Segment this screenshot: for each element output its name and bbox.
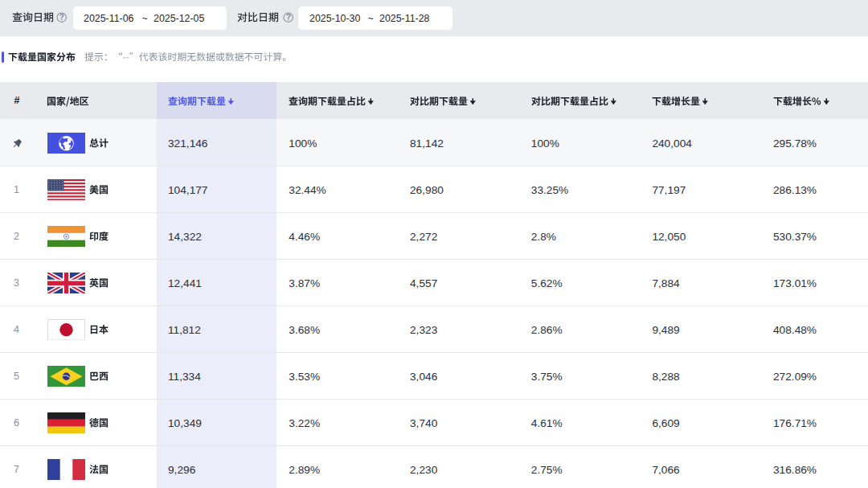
svg-text:?: ?: [59, 13, 64, 22]
svg-text:?: ?: [286, 13, 291, 22]
